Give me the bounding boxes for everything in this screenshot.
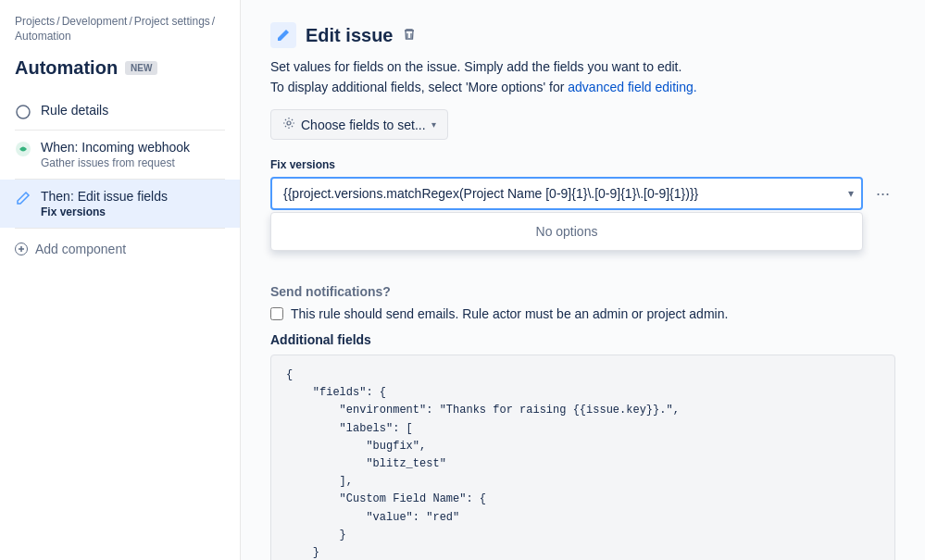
sidebar-item-content: Then: Edit issue fields Fix versions xyxy=(41,189,168,218)
code-block[interactable]: { "fields": { "environment": "Thanks for… xyxy=(270,355,895,560)
choose-fields-label: Choose fields to set... xyxy=(301,118,426,132)
page-title-wrap: Automation NEW xyxy=(0,57,240,93)
sidebar-item-sub: Gather issues from request xyxy=(41,156,190,169)
breadcrumb-item: Project settings xyxy=(134,15,210,28)
breadcrumb-sep: / xyxy=(212,15,215,28)
breadcrumb-item: Automation xyxy=(15,30,71,43)
sidebar: Projects / Development / Project setting… xyxy=(0,0,241,560)
chevron-down-icon: ▾ xyxy=(431,119,436,130)
more-options-button[interactable]: ··· xyxy=(870,180,895,207)
breadcrumb: Projects / Development / Project setting… xyxy=(0,15,240,57)
checkbox-row: This rule should send emails. Rule actor… xyxy=(270,306,895,321)
page-title: Automation xyxy=(15,57,118,79)
field-row: {{project.versions.matchRegex(Project Na… xyxy=(270,177,895,210)
edit-issue-icon xyxy=(270,22,296,48)
sidebar-item-webhook[interactable]: When: Incoming webhook Gather issues fro… xyxy=(0,131,240,179)
sidebar-item-title: When: Incoming webhook xyxy=(41,140,190,155)
new-badge: NEW xyxy=(125,61,157,75)
fix-versions-section: Fix versions {{project.versions.matchReg… xyxy=(270,158,895,210)
sidebar-item-content: Rule details xyxy=(41,103,108,118)
plus-icon xyxy=(15,243,28,255)
sidebar-item-edit-fields[interactable]: Then: Edit issue fields Fix versions xyxy=(0,180,240,228)
breadcrumb-item: Projects xyxy=(15,15,55,28)
add-component-button[interactable]: Add component xyxy=(0,232,240,266)
fix-versions-select[interactable]: {{project.versions.matchRegex(Project Na… xyxy=(270,177,863,210)
edit-issue-header: Edit issue xyxy=(270,22,895,48)
breadcrumb-sep: / xyxy=(56,15,59,28)
choose-fields-button[interactable]: Choose fields to set... ▾ xyxy=(270,109,448,140)
circle-icon xyxy=(15,104,31,120)
send-notifications-checkbox-label: This rule should send emails. Rule actor… xyxy=(291,306,728,321)
no-options-dropdown: No options xyxy=(270,212,863,251)
sidebar-item-title: Rule details xyxy=(41,103,108,118)
send-notifications-section: Send notifications? This rule should sen… xyxy=(270,284,895,321)
send-notifications-checkbox[interactable] xyxy=(270,307,283,320)
sidebar-item-sub-bold: Fix versions xyxy=(41,205,168,218)
divider xyxy=(15,228,225,229)
fix-versions-input-wrapper: {{project.versions.matchRegex(Project Na… xyxy=(270,177,863,210)
svg-point-3 xyxy=(287,121,291,125)
description-sub: To display additional fields, select 'Mo… xyxy=(270,80,895,94)
fix-versions-dropdown: {{project.versions.matchRegex(Project Na… xyxy=(270,177,863,210)
trash-icon[interactable] xyxy=(402,27,417,44)
advanced-field-link[interactable]: advanced field editing. xyxy=(568,80,696,94)
gear-icon xyxy=(282,117,295,132)
additional-fields-label: Additional fields xyxy=(270,332,895,347)
sidebar-item-content: When: Incoming webhook Gather issues fro… xyxy=(41,140,190,169)
description-text: Set values for fields on the issue. Simp… xyxy=(270,59,895,74)
additional-fields-section: Additional fields { "fields": { "environ… xyxy=(270,332,895,560)
svg-point-0 xyxy=(17,106,30,118)
sidebar-items: Rule details When: Incoming webhook Gath… xyxy=(0,93,240,266)
send-notifications-label: Send notifications? xyxy=(270,284,895,299)
webhook-icon xyxy=(15,141,31,157)
sidebar-item-rule-details[interactable]: Rule details xyxy=(0,93,240,130)
sidebar-item-title: Then: Edit issue fields xyxy=(41,189,168,204)
main-content: Edit issue Set values for fields on the … xyxy=(241,0,925,560)
fix-versions-label: Fix versions xyxy=(270,158,895,171)
add-component-label: Add component xyxy=(35,242,126,256)
edit-issue-title: Edit issue xyxy=(306,25,393,46)
no-options-text: No options xyxy=(536,224,598,239)
pencil-icon xyxy=(15,190,31,206)
breadcrumb-sep: / xyxy=(129,15,131,28)
breadcrumb-item: Development xyxy=(62,15,128,28)
